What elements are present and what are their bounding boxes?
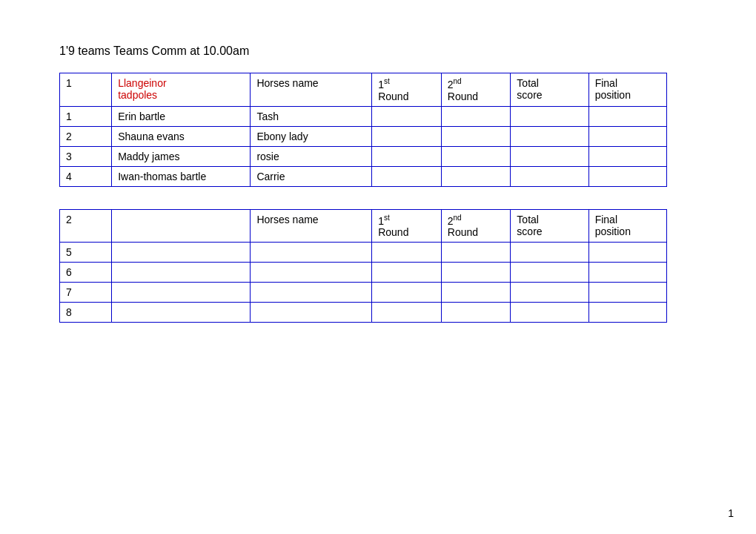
row-num: 8 (60, 303, 112, 323)
table1-section: 1 Llangeinor tadpoles Horses name 1st Ro… (59, 73, 697, 187)
row-horse: rosie (251, 146, 372, 166)
page-title: 1'9 teams Teams Comm at 10.00am (59, 44, 697, 58)
table-row: 2 Horses name 1st Round 2nd Round Total … (60, 209, 667, 243)
row-num: 2 (60, 126, 112, 146)
row-horse: Tash (251, 106, 372, 126)
table-row: 1 Erin bartle Tash (60, 106, 667, 126)
header-horse: Horses name (251, 209, 372, 243)
page-container: 1'9 teams Teams Comm at 10.00am 1 Llange… (0, 0, 756, 389)
table-row: 8 (60, 303, 667, 323)
header-team: Llangeinor tadpoles (112, 73, 251, 107)
row-num: 3 (60, 146, 112, 166)
table-row: 2 Shauna evans Ebony lady (60, 126, 667, 146)
row-name: Shauna evans (112, 126, 251, 146)
header-num: 1 (60, 73, 112, 107)
row-num: 5 (60, 243, 112, 263)
row-name: Iwan-thomas bartle (112, 166, 251, 186)
table-row: 6 (60, 263, 667, 283)
row-num: 7 (60, 283, 112, 303)
row-name: Maddy james (112, 146, 251, 166)
row-num: 4 (60, 166, 112, 186)
header-total: Total score (511, 209, 588, 243)
row-horse: Ebony lady (251, 126, 372, 146)
header-final: Final position (588, 209, 666, 243)
header-final: Final position (588, 73, 666, 107)
table-row: 7 (60, 283, 667, 303)
table1: 1 Llangeinor tadpoles Horses name 1st Ro… (59, 73, 667, 187)
header-num: 2 (60, 209, 112, 243)
table-row: 3 Maddy james rosie (60, 146, 667, 166)
header-round2: 2nd Round (441, 209, 511, 243)
table-row: 4 Iwan-thomas bartle Carrie (60, 166, 667, 186)
header-total: Total score (511, 73, 588, 107)
row-name: Erin bartle (112, 106, 251, 126)
page-number: 1 (728, 507, 734, 519)
header-team (112, 209, 251, 243)
table-row: 5 (60, 243, 667, 263)
header-round1: 1st Round (372, 209, 442, 243)
header-horse: Horses name (251, 73, 372, 107)
header-round1: 1st Round (372, 73, 442, 107)
table2-section: 2 Horses name 1st Round 2nd Round Total … (59, 209, 697, 323)
row-num: 6 (60, 263, 112, 283)
row-num: 1 (60, 106, 112, 126)
row-horse: Carrie (251, 166, 372, 186)
header-round2: 2nd Round (441, 73, 511, 107)
table-row: 1 Llangeinor tadpoles Horses name 1st Ro… (60, 73, 667, 107)
table2: 2 Horses name 1st Round 2nd Round Total … (59, 209, 667, 323)
